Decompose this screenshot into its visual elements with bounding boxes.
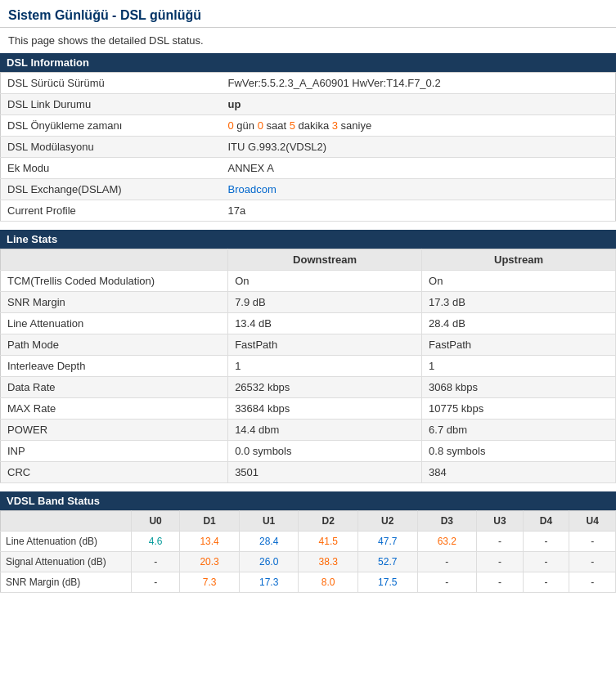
row-label: MAX Rate [1,398,228,420]
row-upstream: FastPath [422,334,616,356]
dsl-info-table: DSL Sürücü Sürümü FwVer:5.5.2.3_A_A60901… [0,72,616,222]
vdsl-cell: 52.7 [358,552,418,572]
vdsl-value: 41.5 [319,536,338,547]
vdsl-cell: 17.5 [358,572,418,593]
row-value: 0 gün 0 saat 5 dakika 3 saniye [222,115,616,137]
page-description: This page shows the detailed DSL status. [0,28,616,53]
row-label: Interleave Depth [1,356,228,377]
row-upstream: 0.8 symbols [422,441,616,462]
vdsl-cell: - [417,552,477,572]
row-label: SNR Margin [1,292,228,313]
vdsl-cell: 8.0 [299,572,358,593]
vdsl-cell: - [132,572,180,593]
row-downstream: 14.4 dbm [228,420,422,441]
table-row: Signal Attenuation (dB) - 20.3 26.0 38.3… [1,552,616,572]
row-downstream: 0.0 symbols [228,441,422,462]
table-row: Interleave Depth 1 1 [1,356,616,377]
vdsl-cell: - [523,532,569,552]
vdsl-cell: 63.2 [417,532,477,552]
vdsl-value: 7.3 [203,577,217,588]
row-label: SNR Margin (dB) [1,572,132,593]
col-upstream: Upstream [422,249,616,271]
row-value: FwVer:5.5.2.3_A_A60901 HwVer:T14.F7_0.2 [222,73,616,94]
col-downstream: Downstream [228,249,422,271]
vdsl-cell: 17.3 [239,572,299,593]
table-row: TCM(Trellis Coded Modulation) On On [1,271,616,292]
vdsl-cell: - [523,572,569,593]
vdsl-col-d4: D4 [523,511,569,532]
vdsl-col-d1: D1 [180,511,240,532]
vdsl-value: 8.0 [321,577,335,588]
row-label: Ek Modu [1,158,222,179]
row-downstream: 7.9 dB [228,292,422,313]
uptime-seconds: 3 [332,119,338,132]
vdsl-cell: 38.3 [299,552,358,572]
vdsl-cell: - [477,552,524,572]
table-row: Line Attenuation (dB) 4.6 13.4 28.4 41.5… [1,532,616,552]
table-row: POWER 14.4 dbm 6.7 dbm [1,420,616,441]
table-row: DSL Önyükleme zamanı 0 gün 0 saat 5 daki… [1,115,616,137]
vdsl-value: 13.4 [200,536,218,547]
page-header: Sistem Günlüğü - DSL günlüğü [0,0,616,28]
table-row: Ek Modu ANNEX A [1,158,616,179]
uptime-minutes: 5 [290,119,295,132]
line-stats-section: Line Stats Downstream Upstream TCM(Trell… [0,230,616,483]
table-row: DSL Modülasyonu ITU G.993.2(VDSL2) [1,137,616,158]
vdsl-cell: 28.4 [239,532,299,552]
vdsl-value: 47.7 [378,536,397,547]
table-row: Current Profile 17a [1,200,616,222]
vdsl-cell: - [523,552,569,572]
row-label: Signal Attenuation (dB) [1,552,132,572]
row-downstream: 13.4 dB [228,313,422,334]
row-upstream: 1 [422,356,616,377]
uptime-hours: 0 [258,119,263,132]
vdsl-cell: - [477,532,524,552]
row-upstream: On [422,271,616,292]
vdsl-cell: - [569,552,616,572]
row-label: POWER [1,420,228,441]
vdsl-value: 17.3 [259,577,278,588]
vdsl-value: 26.0 [259,556,278,568]
row-label: INP [1,441,228,462]
vdsl-col-d3: D3 [417,511,477,532]
vdsl-value: 63.2 [438,536,456,547]
vdsl-value: 20.3 [200,556,218,568]
dsl-info-section: DSL Information DSL Sürücü Sürümü FwVer:… [0,53,616,222]
vdsl-band-header: VDSL Band Status [0,491,616,510]
row-label: Line Attenuation (dB) [1,532,132,552]
row-upstream: 28.4 dB [422,313,616,334]
vdsl-cell: 47.7 [358,532,418,552]
row-downstream: On [228,271,422,292]
row-value: ANNEX A [222,158,616,179]
vdsl-value: 4.6 [149,536,163,547]
row-upstream: 10775 kbps [422,398,616,420]
vdsl-cell: 41.5 [299,532,358,552]
row-value: 17a [222,200,616,222]
row-downstream: 33684 kbps [228,398,422,420]
vdsl-cell: 20.3 [180,552,240,572]
page-title: Sistem Günlüğü - DSL günlüğü [8,8,608,23]
row-label: Path Mode [1,334,228,356]
table-row: INP 0.0 symbols 0.8 symbols [1,441,616,462]
vdsl-cell: 13.4 [180,532,240,552]
vdsl-value: 17.5 [378,577,397,588]
line-stats-header: Line Stats [0,230,616,249]
vdsl-value: 52.7 [378,556,397,568]
vdsl-col-u3: U3 [477,511,524,532]
row-value: up [222,94,616,115]
vdsl-cell: - [569,572,616,593]
row-value: Broadcom [222,179,616,200]
row-downstream: 1 [228,356,422,377]
table-row: DSL Sürücü Sürümü FwVer:5.5.2.3_A_A60901… [1,73,616,94]
vdsl-col-u4: U4 [569,511,616,532]
vdsl-cell: - [477,572,524,593]
row-upstream: 384 [422,462,616,483]
table-header-row: Downstream Upstream [1,249,616,271]
vdsl-col-d2: D2 [299,511,358,532]
row-label: DSL Modülasyonu [1,137,222,158]
table-row: DSL Link Durumu up [1,94,616,115]
row-label: DSL Önyükleme zamanı [1,115,222,137]
vdsl-value: 28.4 [259,536,278,547]
vdsl-cell: 7.3 [180,572,240,593]
row-label: DSL Exchange(DSLAM) [1,179,222,200]
